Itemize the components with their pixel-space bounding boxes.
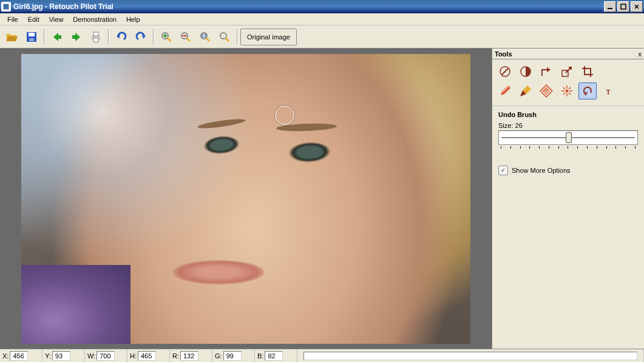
status-progress <box>303 352 637 360</box>
menu-bar: File Edit View Demonstration Help <box>0 13 644 25</box>
tools-panel-header: Tools x <box>492 49 644 59</box>
undo-button[interactable] <box>112 28 130 46</box>
svg-rect-7 <box>93 32 98 36</box>
tool-buttons: T <box>492 59 644 106</box>
text-tool-icon[interactable]: T <box>599 82 617 99</box>
zoom-100-button[interactable] <box>215 28 234 46</box>
status-g: G:99 <box>212 349 255 362</box>
window-title: Girl6.jpg - Retouch Pilot Trial <box>13 2 604 11</box>
menu-file[interactable]: File <box>2 15 23 24</box>
main-area: Tools x T Undo Brush Size: 26 <box>0 49 644 349</box>
zoom-out-button[interactable] <box>177 28 195 46</box>
status-x: X:456 <box>0 349 42 362</box>
status-h-value: 465 <box>138 351 156 361</box>
scale-tool-icon[interactable] <box>558 63 576 80</box>
size-slider-thumb[interactable] <box>566 132 572 143</box>
retouch-tool-icon[interactable] <box>496 63 514 80</box>
menu-demonstration[interactable]: Demonstration <box>68 15 121 24</box>
status-y: Y:93 <box>42 349 85 362</box>
original-image-label: Original image <box>247 33 290 41</box>
status-x-value: 456 <box>10 351 28 361</box>
show-more-options-button[interactable]: ✓ Show More Options <box>498 166 638 175</box>
brush-tool-icon[interactable] <box>517 82 535 99</box>
size-value: 26 <box>515 122 523 129</box>
status-h: H:465 <box>127 349 170 362</box>
status-bar: X:456 Y:93 W:700 H:465 R:132 G:99 B:82 <box>0 349 644 362</box>
status-w-value: 700 <box>97 351 115 361</box>
svg-point-13 <box>220 33 226 39</box>
selected-tool-name: Undo Brush <box>498 111 638 118</box>
status-r: R:132 <box>170 349 212 362</box>
minimize-button[interactable] <box>604 1 616 12</box>
pencil-tool-icon[interactable] <box>496 82 514 99</box>
maximize-button[interactable] <box>617 1 629 12</box>
size-slider[interactable] <box>498 130 638 145</box>
slider-ruler <box>498 146 638 151</box>
undo-brush-tool-icon[interactable] <box>578 82 597 99</box>
patch-tool-icon[interactable] <box>537 82 555 99</box>
status-y-value: 93 <box>52 351 70 361</box>
svg-rect-0 <box>4 4 9 10</box>
size-label: Size: 26 <box>498 122 638 129</box>
image-canvas[interactable] <box>21 54 470 344</box>
tool-properties: Undo Brush Size: 26 ✓ Show More Options <box>492 106 644 180</box>
toolbar: Original image <box>0 25 644 49</box>
nav-back-button[interactable] <box>48 28 66 46</box>
app-icon <box>1 2 11 12</box>
svg-point-18 <box>566 90 569 93</box>
save-button[interactable] <box>22 28 41 46</box>
status-progress-cell <box>297 349 644 362</box>
open-button[interactable] <box>3 28 21 46</box>
status-r-value: 132 <box>180 351 198 361</box>
burst-tool-icon[interactable] <box>558 82 576 99</box>
svg-rect-2 <box>621 4 626 9</box>
title-bar: Girl6.jpg - Retouch Pilot Trial <box>0 0 644 13</box>
tools-panel: Tools x T Undo Brush Size: 26 <box>492 49 644 349</box>
menu-view[interactable]: View <box>44 15 69 24</box>
crop-tool-icon[interactable] <box>578 63 597 80</box>
svg-rect-8 <box>93 38 98 42</box>
status-w: W:700 <box>85 349 127 362</box>
tools-panel-close-button[interactable]: x <box>639 50 642 58</box>
status-b-value: 82 <box>265 351 283 361</box>
svg-rect-4 <box>29 33 35 36</box>
zoom-in-button[interactable] <box>157 28 175 46</box>
zoom-fit-button[interactable] <box>196 28 214 46</box>
print-button[interactable] <box>87 28 105 46</box>
svg-text:T: T <box>606 89 611 96</box>
tools-panel-title: Tools <box>495 50 512 58</box>
brush-cursor <box>275 106 294 125</box>
status-b: B:82 <box>255 349 297 362</box>
contrast-tool-icon[interactable] <box>517 63 535 80</box>
status-g-value: 99 <box>223 351 242 361</box>
close-button[interactable] <box>631 1 643 12</box>
redo-button[interactable] <box>132 28 150 46</box>
menu-help[interactable]: Help <box>121 15 145 24</box>
canvas-area[interactable] <box>0 49 492 349</box>
rotate-tool-icon[interactable] <box>537 63 555 80</box>
menu-edit[interactable]: Edit <box>23 15 44 24</box>
original-image-button[interactable]: Original image <box>240 28 297 45</box>
chevron-down-icon: ✓ <box>498 166 508 175</box>
show-more-label: Show More Options <box>512 167 571 174</box>
svg-rect-5 <box>29 38 34 41</box>
svg-rect-1 <box>608 8 612 9</box>
svg-rect-12 <box>202 35 206 37</box>
nav-forward-button[interactable] <box>67 28 86 46</box>
